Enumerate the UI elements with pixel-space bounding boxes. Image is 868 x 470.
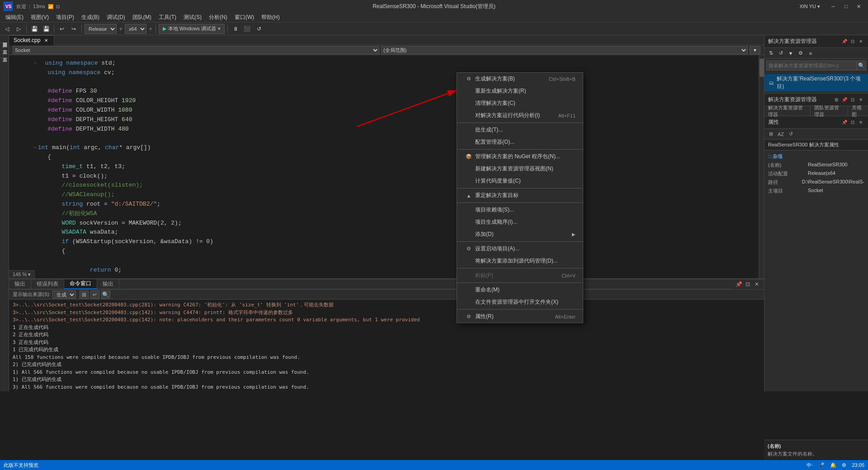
ctx-code-metrics[interactable]: 计算代码度量值(C) — [457, 175, 583, 187]
menu-test[interactable]: 测试(S) — [180, 13, 205, 22]
close-button[interactable]: ✕ — [853, 2, 864, 11]
prop-tab-related[interactable]: 关视图 — [848, 106, 868, 116]
left-tab-solution[interactable]: 解决方案资源管理器 — [0, 35, 9, 43]
toolbar-stop[interactable]: ⬛ — [242, 24, 252, 34]
run-debug-button[interactable]: ▶ 本地 Windows 调试器 ▾ — [159, 24, 225, 34]
code-line: using namespace cv; — [9, 68, 764, 78]
menu-edit[interactable]: 编辑(E) — [2, 13, 27, 22]
props-btn-refresh[interactable]: ↺ — [786, 130, 795, 139]
bottom-tab-errors[interactable]: 错误列表 — [31, 279, 64, 289]
scope-full-select[interactable]: (全局范围) — [381, 46, 748, 54]
ctx-code-analysis[interactable]: 对解决方案运行代码分析(I) Alt+F11 — [457, 109, 583, 122]
toolbar-sep-2 — [54, 25, 54, 33]
se-float[interactable]: ⊡ — [849, 38, 856, 45]
code-editor[interactable]: ─ using namespace std; using namespace c… — [9, 55, 764, 278]
platform-dropdown[interactable]: x64 — [125, 24, 146, 34]
tab-socket-cpp[interactable]: Socket.cpp ✕ — [9, 35, 54, 45]
bottom-tab-output[interactable]: 输出 — [9, 279, 31, 289]
ctx-retarget[interactable]: ▲ 重定解决方案目标 — [457, 189, 583, 202]
ctx-config-mgr[interactable]: 配置管理器(O)... — [457, 136, 583, 148]
tab-close-socket[interactable]: ✕ — [43, 37, 49, 43]
toolbar-back[interactable]: ◁ — [2, 24, 12, 34]
user-info[interactable]: XIN YU ▾ — [799, 4, 820, 9]
toolbar-undo[interactable]: ↩ — [57, 24, 67, 34]
props-btn-grid[interactable]: ⊞ — [766, 130, 775, 139]
se-btn-filter[interactable]: ≡ — [806, 49, 815, 58]
scrollbar-thumb[interactable] — [760, 59, 764, 77]
ctx-open-folder[interactable]: 在文件资源管理器中打开文件夹(X) — [457, 296, 583, 308]
toolbar-redo[interactable]: ↪ — [69, 24, 79, 34]
se-item-solution[interactable]: 🗂 解决方案'RealSenseSR300'(3 个项目) — [764, 74, 868, 91]
output-find[interactable]: 🔍 — [101, 291, 110, 299]
prop2-close[interactable]: ✕ — [857, 119, 864, 126]
toolbar-save[interactable]: 💾 — [29, 24, 39, 34]
prop-pin[interactable]: 📌 — [841, 96, 848, 103]
se-search-btn[interactable]: 🔍 — [857, 61, 866, 70]
toolbar-breakpoint[interactable]: ⏸ — [231, 24, 241, 34]
minimize-button[interactable]: ─ — [827, 2, 839, 11]
prop2-float[interactable]: ⊡ — [849, 119, 856, 126]
output-source-select[interactable]: 生成 — [52, 291, 76, 299]
bottom-close[interactable]: ✕ — [753, 281, 760, 288]
menu-debug[interactable]: 调试(D) — [103, 13, 129, 22]
ctx-build-order[interactable]: 项目生成顺序(I)... — [457, 216, 583, 228]
menu-help[interactable]: 帮助(H) — [258, 13, 283, 22]
maximize-button[interactable]: □ — [840, 2, 852, 11]
ctx-nuget[interactable]: 📦 管理解决方案的 NuGet 程序包(N)... — [457, 150, 583, 163]
prop-tabs-icon[interactable]: ⊞ — [833, 96, 840, 103]
props-project-value: Socket — [808, 188, 823, 194]
prop-float[interactable]: ⊡ — [849, 96, 856, 103]
scope-select[interactable]: Socket — [13, 46, 379, 54]
ctx-properties[interactable]: ⚙ 属性(R) Alt+Enter — [457, 310, 583, 323]
ctx-rebuild[interactable]: 重新生成解决方案(R) — [457, 85, 583, 97]
se-btn-props[interactable]: ⚙ — [796, 49, 805, 58]
tab-name[interactable]: 欢迎 — [16, 3, 26, 10]
ctx-startup[interactable]: ⚙ 设置启动项目(A)... — [457, 243, 583, 255]
ctx-build-solution[interactable]: ⚙ 生成解决方案(B) Ctrl+Shift+B — [457, 73, 583, 85]
menu-build[interactable]: 生成(B) — [78, 13, 103, 22]
toolbar-save-all[interactable]: 💾 — [41, 24, 51, 34]
ctx-new-se-view[interactable]: 新建解决方案资源管理器视图(N) — [457, 163, 583, 175]
menu-team[interactable]: 团队(M) — [129, 13, 155, 22]
user-label[interactable]: XIN YU ▾ — [799, 4, 820, 9]
bottom-tab-output2[interactable]: 输出 — [97, 279, 119, 289]
prop-close[interactable]: ✕ — [857, 96, 864, 103]
ctx-add[interactable]: 添加(D) ▶ — [457, 228, 583, 240]
editor-scrollbar[interactable] — [759, 55, 764, 278]
ctx-source-control[interactable]: 将解决方案添加到源代码管理(D)... — [457, 255, 583, 267]
menu-tools[interactable]: 工具(T) — [155, 13, 180, 22]
bottom-float[interactable]: ⊡ — [744, 281, 751, 288]
se-btn-sync[interactable]: ⇅ — [766, 49, 775, 58]
ctx-batch-build[interactable]: 批生成(T)... — [457, 124, 583, 136]
toolbar-forward[interactable]: ▷ — [14, 24, 24, 34]
toolbar-restart[interactable]: ↺ — [254, 24, 264, 34]
menu-project[interactable]: 项目(P) — [52, 13, 78, 22]
bottom-tab-cmd[interactable]: 命令窗口 — [64, 279, 97, 289]
ctx-proj-deps[interactable]: 项目依赖项(S)... — [457, 204, 583, 216]
toolbar-sep-3 — [81, 25, 82, 33]
se-btn-refresh[interactable]: ↺ — [776, 49, 785, 58]
prop-tab-se[interactable]: 解决方案资源管理器 — [764, 106, 811, 116]
se-close[interactable]: ✕ — [857, 38, 864, 45]
menu-view[interactable]: 视图(V) — [27, 13, 52, 22]
left-tab-toolbox[interactable]: 工具箱 — [0, 43, 9, 51]
se-pin[interactable]: 📌 — [841, 38, 848, 45]
ctx-rename[interactable]: 重命名(M) — [457, 284, 583, 296]
ctx-clean[interactable]: 清理解决方案(C) — [457, 97, 583, 109]
ctx-paste[interactable]: 粘贴(P) Ctrl+V — [457, 269, 583, 282]
output-line: 2 正在生成代码 — [13, 331, 760, 339]
output-clear[interactable]: ⊠ — [80, 291, 89, 299]
left-tab-toolbox2[interactable]: 工具箱 — [0, 51, 9, 58]
output-wrap[interactable]: ↵ — [90, 291, 99, 299]
se-search-input[interactable] — [766, 61, 857, 70]
menu-window[interactable]: 窗口(W) — [231, 13, 258, 22]
se-btn-collapse[interactable]: ▼ — [786, 49, 795, 58]
prop-tab-team[interactable]: 团队资源管理器 — [811, 106, 848, 116]
prop2-pin[interactable]: 📌 — [841, 119, 848, 126]
menu-analyze[interactable]: 分析(N) — [205, 13, 231, 22]
config-dropdown[interactable]: Release — [85, 24, 117, 34]
bottom-pin[interactable]: 📌 — [735, 281, 742, 288]
main-split: 解决方案资源管理器 工具箱 工具箱 Socket.cpp ✕ Socket (全… — [0, 35, 868, 391]
nav-expand[interactable]: ▾ — [750, 46, 760, 54]
props-btn-alpha[interactable]: AZ — [776, 130, 785, 139]
